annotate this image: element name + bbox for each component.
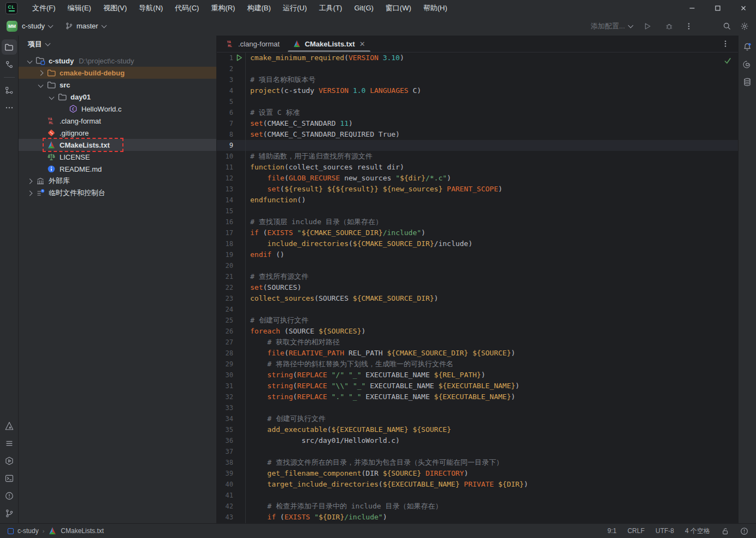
- menu-item-4[interactable]: 代码(C): [169, 0, 205, 16]
- gutter[interactable]: [233, 413, 246, 424]
- gutter[interactable]: [233, 490, 246, 501]
- line-number[interactable]: 39: [217, 468, 233, 479]
- code-line-18[interactable]: 18 include_directories(${CMAKE_SOURCE_DI…: [217, 238, 738, 249]
- code-line-29[interactable]: 29 # 将路径中的斜杠替换为下划线，生成唯一的可执行文件名: [217, 359, 738, 370]
- code-line-38[interactable]: 38 # 查找源文件所在的目录，并添加为包含目录（头文件可能在同一目录下）: [217, 457, 738, 468]
- project-panel-header[interactable]: 项目: [19, 36, 216, 52]
- project-tool-button[interactable]: [2, 39, 17, 55]
- notifications-button[interactable]: [740, 39, 755, 55]
- line-number[interactable]: 24: [217, 304, 233, 315]
- more-actions-button[interactable]: [682, 19, 696, 33]
- code-editor[interactable]: 1cmake_minimum_required(VERSION 3.10)23#…: [217, 52, 738, 524]
- menu-item-7[interactable]: 运行(U): [277, 0, 313, 16]
- gutter[interactable]: [233, 238, 246, 249]
- line-number[interactable]: 25: [217, 315, 233, 326]
- notifications-status-icon[interactable]: [740, 527, 748, 535]
- gutter[interactable]: [233, 107, 246, 118]
- settings-button[interactable]: [737, 19, 752, 33]
- gutter[interactable]: [233, 446, 246, 457]
- gutter[interactable]: [233, 129, 246, 140]
- line-number[interactable]: 19: [217, 249, 233, 260]
- search-everywhere-button[interactable]: [720, 19, 734, 33]
- code-line-17[interactable]: 17if (EXISTS "${CMAKE_SOURCE_DIR}/includ…: [217, 227, 738, 238]
- caret-position[interactable]: 9:1: [607, 527, 617, 535]
- tree-row-HelloWorld.c[interactable]: CHelloWorld.c: [19, 103, 216, 115]
- menu-item-9[interactable]: Git(G): [348, 0, 379, 16]
- gutter[interactable]: [233, 85, 246, 96]
- code-line-3[interactable]: 3# 项目名称和版本号: [217, 74, 738, 85]
- line-number[interactable]: 35: [217, 424, 233, 435]
- code-line-1[interactable]: 1cmake_minimum_required(VERSION 3.10): [217, 52, 738, 63]
- gutter[interactable]: [233, 260, 246, 271]
- gutter[interactable]: [233, 271, 246, 282]
- chevron-down-icon[interactable]: [47, 91, 56, 103]
- gutter[interactable]: [233, 63, 246, 74]
- tab-cmakelists[interactable]: CMakeLists.txt ✕: [286, 36, 372, 52]
- code-line-43[interactable]: 43 if (EXISTS "${DIR}/include"): [217, 512, 738, 523]
- code-line-15[interactable]: 15: [217, 206, 738, 217]
- tab-options-button[interactable]: [722, 39, 729, 48]
- line-number[interactable]: 42: [217, 501, 233, 512]
- run-config-selector[interactable]: 添加配置...: [590, 21, 633, 31]
- tree-row-LICENSE[interactable]: LICENSE: [19, 151, 216, 163]
- gutter[interactable]: [233, 468, 246, 479]
- breadcrumb-project[interactable]: c-study: [17, 527, 39, 535]
- gutter[interactable]: [233, 304, 246, 315]
- tree-row-README.md[interactable]: README.md: [19, 163, 216, 175]
- code-line-42[interactable]: 42 # 检查并添加子目录中的 include 目录（如果存在）: [217, 501, 738, 512]
- code-line-11[interactable]: 11function(collect_sources result dir): [217, 162, 738, 173]
- readonly-lock-icon[interactable]: [721, 527, 729, 535]
- menu-item-2[interactable]: 视图(V): [97, 0, 133, 16]
- line-number[interactable]: 17: [217, 227, 233, 238]
- line-number[interactable]: 43: [217, 512, 233, 523]
- run-line-icon[interactable]: [236, 54, 243, 61]
- gutter[interactable]: [233, 184, 246, 195]
- gutter[interactable]: [233, 381, 246, 391]
- menu-item-8[interactable]: 工具(T): [313, 0, 349, 16]
- line-number[interactable]: 16: [217, 217, 233, 227]
- code-line-20[interactable]: 20: [217, 260, 738, 271]
- code-line-27[interactable]: 27 # 获取文件的相对路径: [217, 337, 738, 348]
- terminal-tool-button[interactable]: [2, 471, 17, 486]
- line-number[interactable]: 23: [217, 293, 233, 304]
- menu-item-1[interactable]: 编辑(E): [62, 0, 97, 16]
- gutter[interactable]: [233, 457, 246, 468]
- tree-row-.clang-format[interactable]: YAML.clang-format: [19, 115, 216, 127]
- line-number[interactable]: 5: [217, 96, 233, 107]
- line-number[interactable]: 41: [217, 490, 233, 501]
- code-line-4[interactable]: 4project(c-study VERSION 1.0 LANGUAGES C…: [217, 85, 738, 96]
- gutter[interactable]: [233, 359, 246, 370]
- code-line-14[interactable]: 14endfunction(): [217, 195, 738, 206]
- code-line-10[interactable]: 10# 辅助函数，用于递归查找所有源文件: [217, 151, 738, 162]
- gutter[interactable]: [233, 96, 246, 107]
- line-number[interactable]: 21: [217, 271, 233, 282]
- code-line-16[interactable]: 16# 查找顶层 include 目录（如果存在）: [217, 217, 738, 227]
- gutter[interactable]: [233, 140, 246, 151]
- close-tab-icon[interactable]: ✕: [359, 40, 365, 48]
- tab-clang-format[interactable]: YAML .clang-format: [220, 36, 286, 52]
- code-line-41[interactable]: 41: [217, 490, 738, 501]
- line-number[interactable]: 10: [217, 151, 233, 162]
- line-number[interactable]: 11: [217, 162, 233, 173]
- line-number[interactable]: 33: [217, 402, 233, 413]
- code-line-33[interactable]: 33: [217, 402, 738, 413]
- line-number[interactable]: 36: [217, 435, 233, 446]
- maximize-button[interactable]: [705, 0, 730, 16]
- line-number[interactable]: 8: [217, 129, 233, 140]
- ai-assistant-button[interactable]: [740, 57, 755, 72]
- chevron-right-icon[interactable]: [25, 175, 34, 187]
- gutter[interactable]: [233, 348, 246, 359]
- code-line-9[interactable]: 9: [217, 140, 738, 151]
- gutter[interactable]: [233, 424, 246, 435]
- gutter[interactable]: [233, 249, 246, 260]
- gutter[interactable]: [233, 217, 246, 227]
- file-encoding[interactable]: UTF-8: [655, 527, 674, 535]
- code-line-28[interactable]: 28 file(RELATIVE_PATH REL_PATH ${CMAKE_S…: [217, 348, 738, 359]
- code-line-39[interactable]: 39 get_filename_component(DIR ${SOURCE} …: [217, 468, 738, 479]
- gutter[interactable]: [233, 501, 246, 512]
- gutter[interactable]: [233, 512, 246, 523]
- tree-row-CMakeLists.txt[interactable]: CMakeLists.txt: [19, 139, 216, 151]
- code-line-21[interactable]: 21# 查找所有源文件: [217, 271, 738, 282]
- line-number[interactable]: 6: [217, 107, 233, 118]
- code-line-12[interactable]: 12 file(GLOB_RECURSE new_sources "${dir}…: [217, 173, 738, 184]
